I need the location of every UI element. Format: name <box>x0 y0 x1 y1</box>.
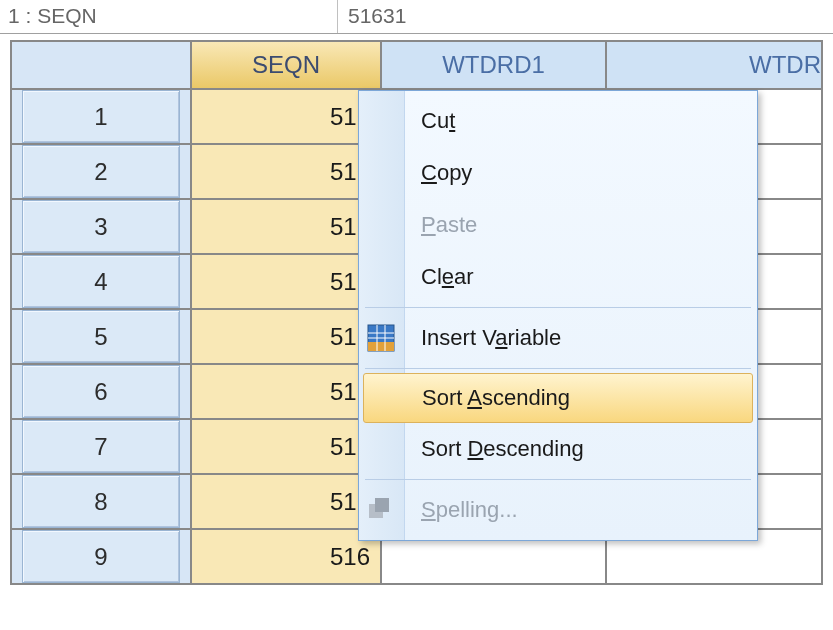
row-header[interactable]: 9 <box>12 530 192 585</box>
menu-spelling: Spelling... <box>405 484 757 536</box>
column-header-row: SEQN WTDRD1 WTDR <box>12 42 823 90</box>
row-header[interactable]: 4 <box>12 255 192 310</box>
menu-sort-ascending[interactable]: Sort Ascending <box>363 373 753 423</box>
menu-separator <box>365 479 751 480</box>
row-header[interactable]: 6 <box>12 365 192 420</box>
menu-list: Cut Copy Paste Clear <box>405 91 757 540</box>
context-menu: Cut Copy Paste Clear <box>358 90 758 541</box>
insert-variable-icon <box>367 324 395 352</box>
menu-paste: Paste <box>405 199 757 251</box>
svg-rect-7 <box>375 498 389 512</box>
svg-rect-1 <box>368 342 394 351</box>
column-header-seqn[interactable]: SEQN <box>192 42 382 90</box>
cell-seqn[interactable]: 516 <box>192 475 382 530</box>
menu-clear[interactable]: Clear <box>405 251 757 303</box>
row-header[interactable]: 1 <box>12 90 192 145</box>
row-header[interactable]: 8 <box>12 475 192 530</box>
menu-copy[interactable]: Copy <box>405 147 757 199</box>
status-bar: 1 : SEQN 51631 <box>0 0 833 34</box>
menu-separator <box>365 307 751 308</box>
cell-seqn[interactable]: 516 <box>192 200 382 255</box>
status-cell-value: 51631 <box>338 0 833 33</box>
row-header[interactable]: 3 <box>12 200 192 255</box>
menu-cut[interactable]: Cut <box>405 95 757 147</box>
cell-seqn[interactable]: 516 <box>192 365 382 420</box>
menu-insert-variable[interactable]: Insert Variable <box>405 312 757 364</box>
corner-header[interactable] <box>12 42 192 90</box>
row-header[interactable]: 2 <box>12 145 192 200</box>
cell-seqn[interactable]: 516 <box>192 310 382 365</box>
status-cell-info: 1 : SEQN <box>0 0 338 33</box>
row-header[interactable]: 7 <box>12 420 192 475</box>
spelling-icon <box>367 496 395 524</box>
cell-seqn[interactable]: 516 <box>192 255 382 310</box>
row-header[interactable]: 5 <box>12 310 192 365</box>
menu-gutter <box>359 91 405 540</box>
column-header-wtdr-partial[interactable]: WTDR <box>607 42 823 90</box>
menu-separator <box>365 368 751 369</box>
menu-sort-descending[interactable]: Sort Descending <box>405 423 757 475</box>
cell-seqn[interactable]: 516 <box>192 420 382 475</box>
column-header-wtdrd1[interactable]: WTDRD1 <box>382 42 607 90</box>
cell-seqn[interactable]: 516 <box>192 530 382 585</box>
cell-seqn[interactable]: 516 <box>192 145 382 200</box>
cell-seqn[interactable]: 516 <box>192 90 382 145</box>
